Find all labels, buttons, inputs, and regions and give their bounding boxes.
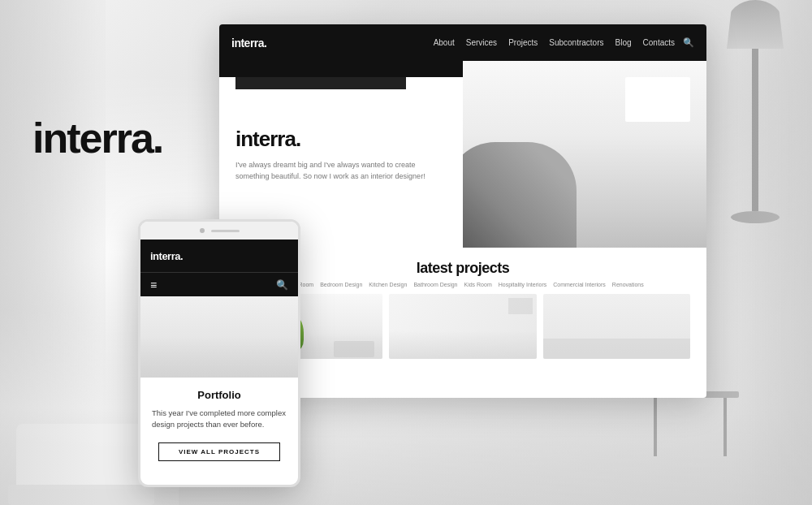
project-thumb-2[interactable] (389, 294, 536, 359)
staircase-curve (463, 142, 577, 248)
mobile-content: Portfolio This year I've completed more … (140, 378, 298, 473)
nav-link-about[interactable]: About (434, 38, 455, 47)
filter-kitchen[interactable]: Kitchen Design (369, 282, 407, 287)
mobile-view-projects-button[interactable]: VIEW ALL PROJECTS (158, 442, 279, 461)
filter-kids-room[interactable]: Kids Room (464, 282, 491, 287)
filter-bathroom[interactable]: Bathroom Design (413, 282, 457, 287)
desktop-black-accent2 (235, 77, 406, 89)
desktop-navbar: interra. About Services Projects Subcont… (219, 24, 706, 61)
filter-renovations[interactable]: Renovations (612, 282, 644, 287)
mobile-nav2: ≡ 🔍 (140, 272, 298, 296)
mobile-portfolio-description: This year I've completed more complex de… (152, 408, 287, 431)
desktop-search-icon[interactable]: 🔍 (683, 37, 694, 48)
shadow-left (0, 0, 97, 505)
mobile-portfolio-title: Portfolio (152, 389, 287, 401)
bg-table (641, 391, 739, 456)
desktop-projects-title: latest projects (235, 260, 690, 277)
mobile-search-icon[interactable]: 🔍 (276, 279, 288, 291)
desktop-black-accent (219, 61, 463, 77)
nav-link-services[interactable]: Services (466, 38, 497, 47)
main-brand-name: interra. (32, 114, 162, 162)
desktop-hero-image (463, 61, 706, 248)
filter-commercial[interactable]: Commercial Interiors (553, 282, 606, 287)
desktop-nav-links: About Services Projects Subcontractors B… (434, 38, 675, 47)
desktop-projects-filters: Living Room Bedroom Design Kitchen Desig… (235, 282, 690, 287)
hamburger-icon[interactable]: ≡ (150, 278, 157, 291)
filter-bedroom[interactable]: Bedroom Design (320, 282, 362, 287)
phone-camera (200, 228, 205, 233)
phone-top (140, 222, 298, 240)
desktop-nav-brand: interra. (231, 37, 266, 50)
mobile-navbar: interra. (140, 240, 298, 272)
desktop-hero-description: I've always dreamt big and I've always w… (235, 160, 447, 182)
mobile-mockup: interra. ≡ 🔍 Portfolio This year I've co… (138, 219, 300, 487)
mobile-hero-image (140, 296, 298, 378)
desktop-hero-title: interra. (235, 127, 447, 152)
project-thumb-3[interactable] (543, 294, 690, 359)
phone-speaker (211, 230, 240, 232)
nav-link-projects[interactable]: Projects (508, 38, 538, 47)
staircase-window (625, 77, 690, 122)
filter-hospitality[interactable]: Hospitality Interiors (499, 282, 547, 287)
shadow-right (747, 0, 812, 505)
mobile-brand: interra. (150, 250, 183, 262)
nav-link-subcontractors[interactable]: Subcontractors (549, 38, 603, 47)
desktop-projects-grid (235, 294, 690, 359)
nav-link-contacts[interactable]: Contacts (643, 38, 675, 47)
nav-link-blog[interactable]: Blog (615, 38, 632, 47)
